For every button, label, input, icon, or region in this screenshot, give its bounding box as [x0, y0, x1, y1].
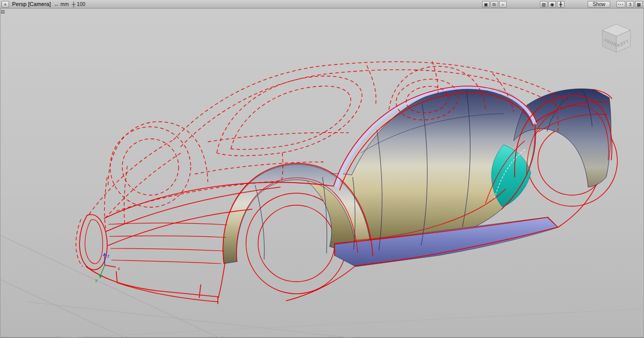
axis-z-label: z: [107, 254, 110, 259]
magnifier-icon[interactable]: ⌕: [499, 1, 507, 8]
grid-size-segment: ┼ 100: [72, 2, 86, 7]
perspective-viewport[interactable]: z y x FRONT LEFT: [0, 9, 644, 338]
viewport-title[interactable]: Persp [Camera]: [12, 1, 51, 7]
bi-icon[interactable]: Bi: [491, 1, 498, 8]
units-segment: ↔ mm: [54, 2, 69, 7]
viewport-grid-icon[interactable]: ▤: [1, 10, 5, 14]
shade-mode-icon[interactable]: ▧: [540, 1, 547, 8]
grid-snap-icon: ┼: [72, 2, 75, 7]
axis-x-label: x: [118, 266, 120, 271]
orbit-view-icon[interactable]: ◉: [548, 1, 556, 8]
view-name-label: Persp: [12, 1, 27, 7]
titlebar-right-tools: ▣ Bi ⌕ ▧ ◉ ╋ Show ··· 3 ▦: [482, 1, 642, 8]
detail-slider-box[interactable]: ···: [616, 1, 625, 8]
close-icon[interactable]: ×: [2, 1, 9, 8]
display-mode-icon[interactable]: ▣: [482, 1, 490, 8]
layout-grid-icon[interactable]: ▦: [635, 1, 642, 8]
car-surfaces: [223, 87, 611, 267]
viewport-titlebar: × Persp [Camera] ↔ mm ┼ 100 ▣ Bi ⌕ ▧ ◉ ╋…: [0, 0, 644, 9]
panel-count-box[interactable]: 3: [626, 1, 634, 8]
show-button[interactable]: Show: [588, 1, 610, 8]
units-label: mm: [60, 2, 69, 7]
grid-size-value: 100: [77, 2, 86, 7]
viewport-canvas[interactable]: z y x FRONT LEFT: [1, 9, 644, 338]
pan-view-icon[interactable]: ╋: [557, 1, 565, 8]
view-cube[interactable]: FRONT LEFT: [602, 24, 630, 52]
camera-mode-label: [Camera]: [28, 1, 51, 7]
axis-y-label: y: [95, 278, 98, 283]
scale-arrows-icon: ↔: [54, 2, 59, 7]
